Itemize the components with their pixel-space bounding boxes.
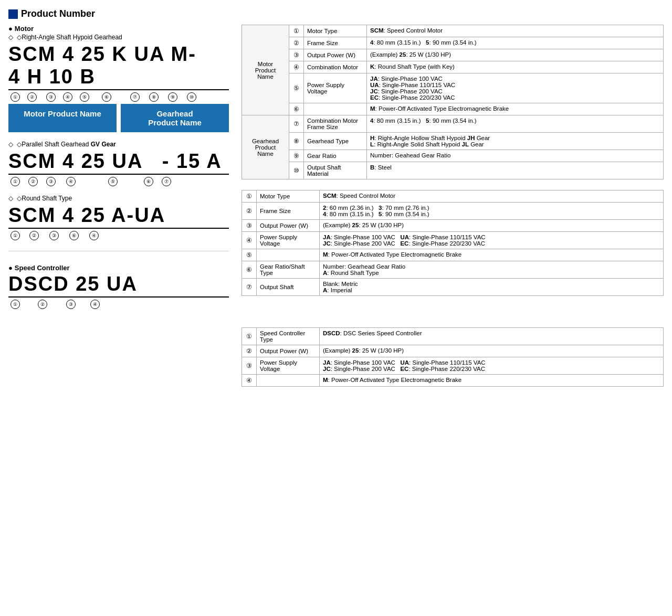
- speed-circles: ① ② ③ ④: [8, 300, 229, 309]
- motor-label: Motor: [8, 25, 229, 33]
- value-cell: (Example) 25: 25 W (1/30 HP): [320, 345, 664, 357]
- r-circle-4: ④: [89, 231, 99, 240]
- table-row: ④ M: Power-Off Activated Type Electromag…: [242, 375, 664, 387]
- right-column: MotorProductName ① Motor Type SCM: Speed…: [242, 25, 664, 397]
- blue-square-icon: [8, 9, 18, 19]
- key-cell: [304, 103, 367, 115]
- p-circle-6: ⑥: [144, 177, 153, 186]
- right-angle-code-section: SCM 4 25 K UA M-4 H 10 B ① ② ③ ④ ⑤ ⑥ ⑦ ⑧…: [8, 43, 229, 132]
- key-cell: Combination MotorFrame Size: [304, 115, 367, 133]
- key-cell: Power Supply Voltage: [257, 232, 320, 249]
- key-cell: Combination Motor: [304, 61, 367, 73]
- left-column: Motor ◇Right-Angle Shaft Hypoid Gearhead…: [8, 25, 229, 317]
- table-row: ② Frame Size 2: 60 mm (2.36 in.) 3: 70 m…: [242, 203, 664, 220]
- circle-2: ②: [27, 92, 37, 102]
- num-cell: ⑥: [242, 261, 257, 279]
- circle-5: ⑤: [80, 92, 89, 102]
- num-cell: ④: [289, 61, 304, 73]
- s-circle-1: ①: [10, 300, 20, 309]
- main-layout: Motor ◇Right-Angle Shaft Hypoid Gearhead…: [8, 25, 664, 397]
- right-angle-label: ◇Right-Angle Shaft Hypoid Gearhead: [8, 34, 229, 41]
- table-row: ② Output Power (W) (Example) 25: 25 W (1…: [242, 345, 664, 357]
- speed-controller-table: ① Speed ControllerType DSCD: DSC Series …: [242, 327, 664, 387]
- table-row: ② Frame Size 4: 80 mm (3.15 in.) 5: 90 m…: [242, 37, 664, 49]
- speed-code: DSCD 25 UA: [8, 273, 138, 295]
- value-cell: M: Power-Off Activated Type Electromagne…: [320, 249, 664, 261]
- num-cell: ①: [289, 25, 304, 37]
- r-circle-3: ③: [49, 231, 59, 240]
- table-row: ⑦ Output Shaft Blank: Metric A: Imperial: [242, 279, 664, 296]
- table-row: ⑥ Gear Ratio/ShaftType Number: Gearhead …: [242, 261, 664, 279]
- key-cell: Output Power (W): [304, 49, 367, 61]
- value-cell: SCM: Speed Control Motor: [320, 190, 664, 203]
- table-row: ③ Power Supply Voltage JA: Single-Phase …: [242, 357, 664, 375]
- num-cell: ④: [242, 375, 257, 387]
- num-cell: ⑥: [289, 103, 304, 115]
- gearhead-product-name-group: GearheadProductName: [242, 115, 289, 179]
- table-row: ⑧ Gearhead Type H: Right-Angle Hollow Sh…: [242, 133, 664, 150]
- value-cell: K: Round Shaft Type (with Key): [367, 61, 664, 73]
- parallel-circles: ① ② ③ ④ ⑤ ⑥ ⑦: [8, 177, 229, 186]
- speed-code-section: DSCD 25 UA ① ② ③ ④: [8, 273, 229, 309]
- circle-3: ③: [46, 92, 56, 102]
- num-cell: ②: [289, 37, 304, 49]
- right-angle-circles: ① ② ③ ④ ⑤ ⑥ ⑦ ⑧ ⑨ ⑩: [8, 92, 229, 102]
- value-cell: B: Steel: [367, 162, 664, 179]
- value-cell: JA: Single-Phase 100 VAC UA: Single-Phas…: [320, 357, 664, 375]
- table-row: ④ Combination Motor K: Round Shaft Type …: [242, 61, 664, 73]
- num-cell: ⑦: [242, 279, 257, 296]
- p-circle-3: ③: [46, 177, 56, 186]
- key-cell: Output Power (W): [257, 220, 320, 232]
- value-cell: Number: Geahead Gear Ratio: [367, 150, 664, 162]
- table-row: ⑤ Power Supply Voltage JA: Single-Phase …: [242, 73, 664, 103]
- key-cell: Frame Size: [257, 203, 320, 220]
- value-cell: DSCD: DSC Series Speed Controller: [320, 328, 664, 345]
- key-cell: Power Supply Voltage: [257, 357, 320, 375]
- s-circle-3: ③: [66, 300, 76, 309]
- num-cell: ④: [242, 232, 257, 249]
- num-cell: ①: [242, 328, 257, 345]
- parallel-code: SCM 4 25 UA - 15 A: [8, 150, 222, 172]
- value-cell: H: Right-Angle Hollow Shaft Hypoid JH Ge…: [367, 133, 664, 150]
- table-row: GearheadProductName ⑦ Combination MotorF…: [242, 115, 664, 133]
- round-shaft-label: ◇Round Shaft Type: [8, 195, 229, 202]
- circle-6: ⑥: [102, 92, 111, 102]
- key-cell: Gear Ratio/ShaftType: [257, 261, 320, 279]
- motor-product-name-group: MotorProductName: [242, 25, 289, 115]
- key-cell: Output Shaft: [257, 279, 320, 296]
- p-circle-4: ④: [66, 177, 76, 186]
- num-cell: ⑩: [289, 162, 304, 179]
- p-circle-2: ②: [28, 177, 38, 186]
- table-row: ③ Output Power (W) (Example) 25: 25 W (1…: [242, 49, 664, 61]
- motor-product-name-box: Motor Product Name: [8, 104, 117, 132]
- round-shaft-code: SCM 4 25 A-UA: [8, 204, 165, 226]
- parallel-table: ① Motor Type SCM: Speed Control Motor ② …: [242, 190, 664, 296]
- table-row: ⑤ M: Power-Off Activated Type Electromag…: [242, 249, 664, 261]
- right-angle-code: SCM 4 25 K UA M-4 H 10 B: [8, 43, 196, 88]
- num-cell: ②: [242, 203, 257, 220]
- key-cell: Output Shaft Material: [304, 162, 367, 179]
- num-cell: ⑤: [242, 249, 257, 261]
- circle-8: ⑧: [149, 92, 159, 102]
- table-row: ④ Power Supply Voltage JA: Single-Phase …: [242, 232, 664, 249]
- gearhead-product-name-box: Gearhead Product Name: [121, 104, 229, 132]
- value-cell: SCM: Speed Control Motor: [367, 25, 664, 37]
- key-cell: Speed ControllerType: [257, 328, 320, 345]
- s-circle-2: ②: [38, 300, 47, 309]
- value-cell: (Example) 25: 25 W (1/30 HP): [320, 220, 664, 232]
- r-circle-1: ①: [10, 231, 20, 240]
- key-cell: Output Power (W): [257, 345, 320, 357]
- table-row: ⑥ M: Power-Off Activated Type Electromag…: [242, 103, 664, 115]
- value-cell: 4: 80 mm (3.15 in.) 5: 90 mm (3.54 in.): [367, 115, 664, 133]
- num-cell: ③: [242, 357, 257, 375]
- section-title: Product Number: [8, 8, 664, 19]
- num-cell: ①: [242, 190, 257, 203]
- num-cell: ⑧: [289, 133, 304, 150]
- table-row: ① Speed ControllerType DSCD: DSC Series …: [242, 328, 664, 345]
- round-shaft-code-section: SCM 4 25 A-UA ① ② ③ ⑥ ④: [8, 204, 229, 240]
- value-cell: 4: 80 mm (3.15 in.) 5: 90 mm (3.54 in.): [367, 37, 664, 49]
- p-circle-5: ⑤: [108, 177, 118, 186]
- value-cell: (Example) 25: 25 W (1/30 HP): [367, 49, 664, 61]
- key-cell: Frame Size: [304, 37, 367, 49]
- r-circle-2: ②: [29, 231, 39, 240]
